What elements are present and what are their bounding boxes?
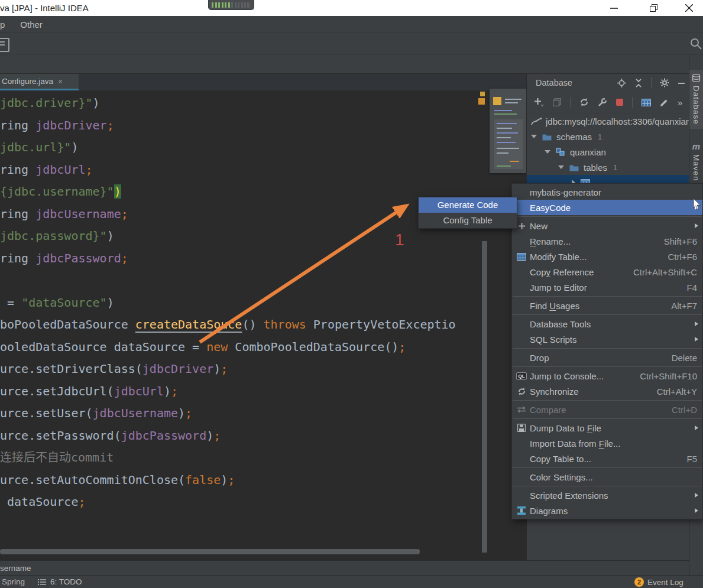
event-log-button[interactable]: 2 Event Log	[634, 577, 683, 587]
db-header-collapse-all-button[interactable]	[634, 79, 643, 87]
db-toolbar-more-button[interactable]: »	[678, 98, 681, 108]
menu-item-label: Scripted Extensions	[530, 490, 608, 501]
menu-item-copy-reference[interactable]: Copy ReferenceCtrl+Alt+Shift+C	[512, 264, 702, 280]
menu-item-new[interactable]: New	[512, 218, 702, 233]
db-toolbar-data-source-properties-button[interactable]	[598, 98, 607, 107]
tab-close-icon[interactable]: ×	[58, 77, 63, 86]
database-panel-title: Database	[536, 78, 572, 87]
restore-button[interactable]	[642, 0, 666, 16]
maven-logo-icon: m	[692, 141, 700, 151]
menu-separator	[513, 216, 702, 217]
search-icon	[689, 37, 702, 50]
menu-item-label: Dump Data to File	[530, 423, 601, 433]
menu-shortcut: Ctrl+F6	[657, 252, 697, 262]
db-toolbar-table-view-button[interactable]	[642, 99, 651, 106]
stripe-tab-maven[interactable]: mMaven	[689, 137, 703, 186]
menu-item-import-data-from-file[interactable]: Import Data from File...	[512, 436, 702, 451]
menu-item-scripted-extensions[interactable]: Scripted Extensions	[512, 488, 702, 503]
context-menu: mybatis-generatorEasyCodeNewRename...Shi…	[511, 183, 703, 519]
menu-item-truncated[interactable]: p	[0, 20, 5, 30]
collapse-all-icon	[634, 79, 643, 87]
menu-item-rename[interactable]: Rename...Shift+F6	[512, 233, 702, 249]
more-icon: »	[678, 98, 681, 108]
db-toolbar-duplicate-button[interactable]	[553, 98, 561, 106]
tree-row-tables[interactable]: tables1	[527, 160, 689, 175]
menu-separator	[513, 348, 702, 349]
save-icon	[517, 424, 526, 432]
toolbar-clipboard-icon[interactable]	[0, 38, 9, 52]
tab-configure-java[interactable]: Configure.java ×	[0, 74, 79, 90]
restore-icon	[650, 4, 658, 12]
window-title: va [JPA] - IntelliJ IDEA	[0, 0, 89, 16]
menu-item-find-usages[interactable]: Find UsagesAlt+F7	[512, 298, 702, 313]
db-toolbar-refresh-button[interactable]	[579, 98, 589, 107]
database-toolbar: »	[527, 92, 689, 113]
menu-item-dump-data-to-file[interactable]: Dump Data to File	[512, 420, 702, 436]
tree-row-schemas[interactable]: schemas1	[527, 129, 689, 144]
toolbar-divider	[651, 77, 652, 88]
db-header-locate-button[interactable]	[617, 79, 626, 87]
menu-item-drop[interactable]: DropDelete	[512, 350, 702, 365]
menu-item-color-settings[interactable]: Color Settings...	[512, 469, 702, 485]
menu-item-label: Import Data from File...	[530, 438, 620, 449]
search-everywhere-button[interactable]	[689, 37, 702, 50]
menu-item-jump-to-editor[interactable]: Jump to EditorF4	[512, 280, 702, 295]
menu-item-easycode[interactable]: EasyCode	[512, 200, 702, 215]
menu-item-label: Rename...	[530, 236, 571, 246]
db-header-icons	[617, 77, 685, 88]
code-preview-thumbnail	[490, 89, 526, 173]
sync-icon	[517, 387, 526, 396]
menu-shortcut: Ctrl+Alt+Y	[646, 386, 697, 397]
tree-row-jdbc:mysql://localhost:3306/quanxian[interactable]: jdbc:mysql://localhost:3306/quanxian	[527, 113, 689, 129]
menu-item-mybatis-generator[interactable]: mybatis-generator	[512, 184, 702, 200]
tree-row-quanxian[interactable]: quanxian	[527, 144, 689, 160]
submenu-item-generate-code[interactable]: Generate Code	[419, 197, 517, 213]
gutter-orange-square	[478, 98, 485, 105]
code-editor[interactable]: jdbc.driver}")ring jdbcDriver;jdbc.url}"…	[0, 90, 526, 560]
close-button[interactable]	[677, 0, 701, 16]
menu-item-label: EasyCode	[530, 203, 571, 213]
menu-item-sql-scripts[interactable]: SQL Scripts	[512, 332, 702, 347]
db-toolbar-stop-button[interactable]	[616, 99, 623, 106]
menu-bar: p Other	[0, 16, 703, 33]
expanded-arrow-icon[interactable]	[545, 150, 550, 154]
menu-item-database-tools[interactable]: Database Tools	[512, 316, 702, 332]
expanded-arrow-icon[interactable]	[531, 135, 537, 138]
code-line: urce.setPassword(jdbcPassword);	[0, 425, 456, 447]
code-line: jdbc.url}")	[0, 137, 456, 159]
db-toolbar-edit-button[interactable]	[660, 98, 669, 107]
menu-item-label: Synchronize	[530, 386, 579, 397]
db-toolbar-add-button[interactable]	[534, 98, 544, 107]
minimize-button[interactable]	[602, 0, 626, 16]
menu-separator	[513, 486, 702, 486]
meter-gray-segments	[231, 2, 251, 8]
code-line: 连接后不自动commit	[0, 447, 456, 469]
stripe-tab-database[interactable]: Database	[689, 70, 703, 129]
db-header-hide-button[interactable]	[678, 79, 685, 87]
menu-item-diagrams[interactable]: Diagrams	[512, 503, 702, 518]
submenu-arrow-icon	[695, 337, 698, 342]
menu-item-modify-table[interactable]: Modify Table...Ctrl+F6	[512, 249, 702, 264]
todo-toolwindow-button[interactable]: 6: TODO	[38, 577, 82, 586]
editor-horizontal-scrollbar[interactable]	[0, 549, 420, 554]
annotation-number: 1	[395, 230, 404, 249]
breadcrumb[interactable]: sername	[0, 564, 31, 573]
menu-item-label: Copy Reference	[530, 267, 594, 277]
code-line: ooledDataSource dataSource = new ComboPo…	[0, 336, 456, 359]
expanded-arrow-icon[interactable]	[558, 165, 564, 169]
menu-shortcut: F4	[676, 282, 697, 293]
db-header-gear-button[interactable]	[660, 78, 669, 87]
menu-item-synchronize[interactable]: SynchronizeCtrl+Alt+Y	[512, 384, 702, 399]
menu-separator	[513, 296, 702, 297]
editor-vertical-scrollbar[interactable]	[482, 241, 487, 553]
submenu-item-config-table[interactable]: Config Table	[419, 213, 517, 228]
plus-icon	[518, 222, 526, 230]
menu-item-jump-to-console[interactable]: QLJump to Console...Ctrl+Shift+F10	[512, 368, 702, 384]
menu-item-other[interactable]: Other	[20, 20, 43, 30]
code-line: ring jdbcUrl;	[0, 159, 456, 181]
code-line: jdbc.password}")	[0, 225, 456, 248]
menu-item-copy-table-to[interactable]: Copy Table to...F5	[512, 451, 702, 466]
code-line: urce.setUser(jdbcUsername);	[0, 402, 456, 425]
code-line: ring jdbcDriver;	[0, 115, 456, 137]
menu-item-label: mybatis-generator	[530, 187, 601, 197]
